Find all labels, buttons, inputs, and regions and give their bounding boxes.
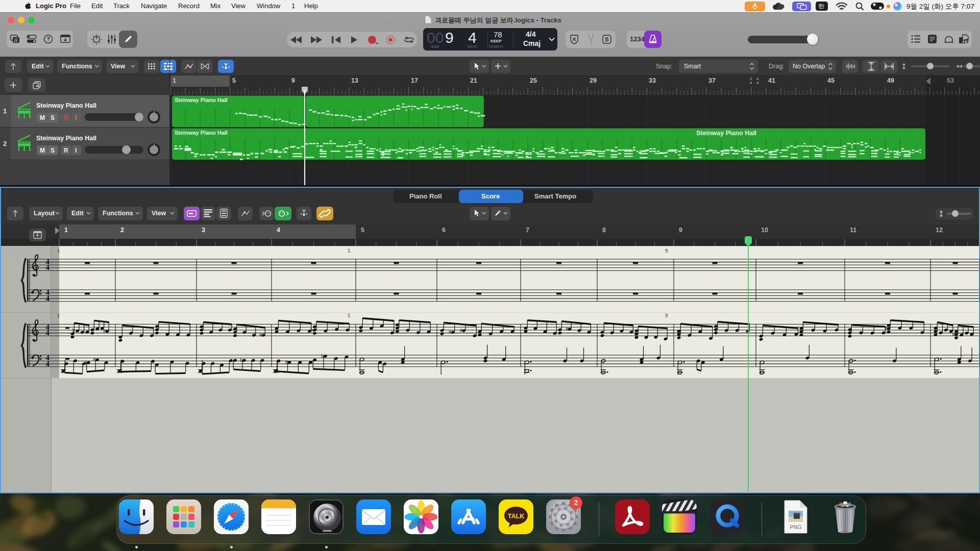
svg-text:#: # <box>566 326 568 332</box>
svg-text:5: 5 <box>348 248 350 254</box>
svg-text:#: # <box>460 328 462 333</box>
svg-text:PNG: PNG <box>790 524 802 530</box>
svg-text:4: 4 <box>45 294 50 303</box>
svg-text:b: b <box>240 357 242 363</box>
svg-text:#: # <box>103 328 106 334</box>
svg-text:#: # <box>952 332 955 337</box>
svg-text:9: 9 <box>665 248 668 254</box>
svg-text:Steinway Piano Hall: Steinway Piano Hall <box>696 130 756 137</box>
svg-text:#: # <box>885 325 887 331</box>
svg-text:4: 4 <box>45 328 50 337</box>
svg-text:5: 5 <box>348 313 350 318</box>
svg-text:#: # <box>259 332 262 338</box>
svg-text:1: 1 <box>57 248 60 254</box>
svg-text:Steinway Piano Hall: Steinway Piano Hall <box>175 130 228 136</box>
svg-text:#: # <box>449 329 451 335</box>
svg-text:S: S <box>605 36 608 42</box>
svg-text:?: ? <box>46 36 50 42</box>
svg-text:Steinway Piano Hall: Steinway Piano Hall <box>175 97 228 103</box>
svg-text:#: # <box>84 360 87 365</box>
svg-text:4: 4 <box>45 359 50 368</box>
svg-text:1: 1 <box>57 313 60 318</box>
svg-text:#: # <box>285 359 288 365</box>
svg-text:TALK: TALK <box>508 513 524 520</box>
svg-text:b: b <box>311 327 313 333</box>
svg-text:b: b <box>321 353 324 359</box>
svg-text:4: 4 <box>45 263 50 271</box>
svg-text:#: # <box>93 357 96 362</box>
svg-text:9: 9 <box>665 313 668 318</box>
